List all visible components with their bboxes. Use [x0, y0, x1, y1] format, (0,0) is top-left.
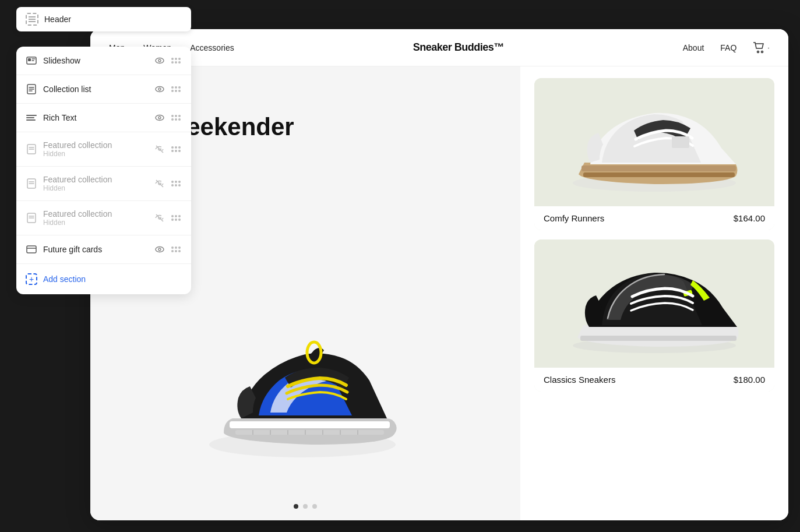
future-gift-cards-actions: [154, 244, 182, 255]
classics-sneakers-info: Classics Sneakers $180.00: [534, 368, 774, 392]
add-section-icon: +: [26, 273, 37, 285]
svg-rect-41: [582, 165, 736, 171]
svg-rect-1: [28, 58, 31, 61]
collection-list-label: Collection list: [43, 84, 148, 94]
classics-sneakers-price: $180.00: [734, 375, 765, 385]
collection-list-icon: [26, 83, 37, 95]
store-content: The Weekender: [90, 66, 788, 520]
svg-point-13: [158, 117, 161, 119]
scene: Header Slideshow: [0, 0, 800, 532]
sidebar-item-collection-list[interactable]: Collection list: [16, 75, 191, 104]
slideshow-icon: [26, 55, 37, 66]
svg-rect-45: [580, 336, 736, 341]
sidebar-item-rich-text[interactable]: Rich Text: [16, 104, 191, 132]
collection-list-drag-icon[interactable]: [170, 83, 182, 95]
featured-collection-3-icon: [26, 212, 37, 224]
svg-rect-43: [672, 136, 689, 148]
product-hero-image: [195, 305, 416, 503]
featured-2-actions: [154, 178, 182, 189]
add-section-label: Add section: [43, 274, 86, 284]
comfy-runners-image: [534, 78, 774, 206]
nav-faq[interactable]: FAQ: [720, 43, 736, 52]
svg-point-25: [156, 247, 164, 252]
svg-point-27: [757, 51, 759, 52]
sidebar-item-featured-1[interactable]: Featured collection Hidden: [16, 132, 191, 167]
featured-1-visibility-icon[interactable]: [154, 143, 165, 155]
svg-point-11: [158, 88, 161, 90]
add-section-button[interactable]: + Add section: [16, 264, 191, 294]
collection-list-visibility-icon[interactable]: [154, 83, 165, 95]
classics-sneakers-image: [534, 239, 774, 368]
browser-preview: Men Women Accessories Sneaker Buddies™ A…: [90, 29, 788, 520]
svg-point-28: [762, 51, 763, 52]
slideshow-label: Slideshow: [43, 56, 148, 65]
featured-collection-2-icon: [26, 178, 37, 189]
dot-2[interactable]: [303, 504, 308, 509]
featured-collection-3-label: Featured collection Hidden: [43, 209, 148, 227]
featured-2-visibility-icon[interactable]: [154, 178, 165, 189]
rich-text-icon: [26, 112, 37, 124]
featured-2-drag-icon[interactable]: [170, 178, 182, 189]
rich-text-label: Rich Text: [43, 113, 148, 122]
svg-point-5: [158, 59, 161, 62]
svg-point-26: [158, 248, 161, 251]
sidebar-item-featured-3[interactable]: Featured collection Hidden: [16, 201, 191, 235]
products-area: Comfy Runners $164.00: [520, 66, 788, 520]
svg-rect-32: [235, 430, 384, 435]
slideshow-drag-icon[interactable]: [170, 55, 182, 66]
featured-collection-1-icon: [26, 143, 37, 155]
classics-sneakers-name: Classics Sneakers: [544, 375, 615, 385]
header-tooltip: Header: [16, 7, 191, 31]
future-gift-cards-drag-icon[interactable]: [170, 244, 182, 255]
svg-rect-42: [583, 172, 735, 177]
store-header: Men Women Accessories Sneaker Buddies™ A…: [90, 29, 788, 66]
cart-icon[interactable]: ·: [753, 42, 770, 54]
future-gift-cards-visibility-icon[interactable]: [154, 244, 165, 255]
svg-rect-23: [27, 246, 36, 253]
featured-collection-1-label: Featured collection Hidden: [43, 140, 148, 158]
slideshow-actions: [154, 55, 182, 66]
sidebar-item-slideshow[interactable]: Slideshow: [16, 47, 191, 75]
store-logo: Sneaker Buddies™: [413, 41, 504, 54]
rich-text-drag-icon[interactable]: [170, 112, 182, 124]
svg-rect-31: [230, 421, 390, 428]
nav-about[interactable]: About: [683, 43, 704, 52]
dot-1[interactable]: [294, 504, 298, 509]
store-nav-right: About FAQ ·: [683, 42, 770, 54]
collection-list-actions: [154, 83, 182, 95]
header-tooltip-label: Header: [44, 15, 71, 24]
rich-text-visibility-icon[interactable]: [154, 112, 165, 124]
slideshow-visibility-icon[interactable]: [154, 55, 165, 66]
featured-3-drag-icon[interactable]: [170, 212, 182, 224]
product-card-classics-sneakers[interactable]: Classics Sneakers $180.00: [534, 239, 774, 392]
dot-3[interactable]: [312, 504, 317, 509]
product-card-comfy-runners[interactable]: Comfy Runners $164.00: [534, 78, 774, 230]
featured-3-actions: [154, 212, 182, 224]
future-gift-cards-icon: [26, 244, 37, 255]
comfy-runners-name: Comfy Runners: [544, 213, 604, 223]
featured-3-visibility-icon[interactable]: [154, 212, 165, 224]
svg-point-10: [156, 87, 164, 92]
svg-point-12: [156, 115, 164, 121]
header-tooltip-icon: [26, 13, 38, 26]
featured-1-actions: [154, 143, 182, 155]
featured-1-drag-icon[interactable]: [170, 143, 182, 155]
future-gift-cards-label: Future gift cards: [43, 245, 148, 254]
sidebar-item-future-gift-cards[interactable]: Future gift cards: [16, 235, 191, 264]
svg-point-4: [156, 58, 164, 64]
comfy-runners-info: Comfy Runners $164.00: [534, 206, 774, 230]
rich-text-actions: [154, 112, 182, 124]
sidebar: Slideshow: [16, 47, 191, 294]
sidebar-item-featured-2[interactable]: Featured collection Hidden: [16, 167, 191, 201]
slide-dots: [294, 504, 317, 509]
featured-collection-2-label: Featured collection Hidden: [43, 175, 148, 192]
nav-accessories[interactable]: Accessories: [190, 43, 234, 52]
comfy-runners-price: $164.00: [734, 213, 765, 223]
